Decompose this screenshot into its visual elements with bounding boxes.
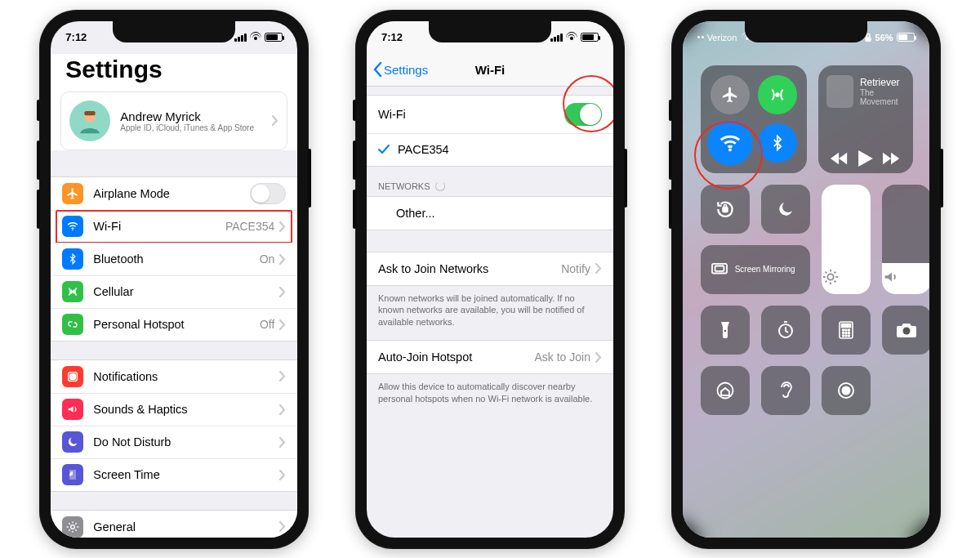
play-button[interactable] [858, 150, 873, 167]
notch [745, 21, 867, 42]
row-value: PACE354 [225, 220, 274, 233]
svg-point-14 [827, 274, 833, 279]
bluetooth-button[interactable] [758, 123, 797, 163]
auto-join-hotspot-row[interactable]: Auto-Join Hotspot Ask to Join [367, 341, 613, 373]
chevron-right-icon [279, 254, 286, 265]
chevron-right-icon [279, 470, 286, 480]
sounds-icon [62, 399, 83, 420]
row-personal-hotspot[interactable]: Personal Hotspot Off [51, 308, 297, 341]
networks-header: NETWORKS [367, 167, 613, 196]
airplane-icon [62, 183, 83, 204]
svg-point-24 [842, 332, 844, 333]
screen-mirroring-label: Screen Mirroring [735, 265, 795, 274]
previous-track-button[interactable] [831, 152, 849, 165]
row-label: Screen Time [93, 468, 279, 481]
svg-point-12 [728, 148, 732, 151]
back-button[interactable]: Settings [373, 62, 428, 77]
row-do-not-disturb[interactable]: Do Not Disturb [51, 426, 297, 458]
volume-slider[interactable] [882, 185, 929, 294]
svg-point-23 [848, 329, 849, 331]
wifi-status-icon [250, 33, 261, 42]
dnd-icon [62, 431, 83, 453]
page-title: Settings [51, 54, 297, 92]
home-button[interactable] [701, 366, 750, 415]
chevron-right-icon [279, 437, 286, 448]
svg-point-27 [842, 335, 844, 337]
status-time: 7:12 [381, 31, 403, 43]
row-label: Wi-Fi [93, 220, 225, 233]
connected-network-row[interactable]: PACE354 [367, 133, 613, 166]
brightness-slider[interactable] [822, 185, 871, 294]
orientation-lock-button[interactable] [701, 185, 750, 234]
chevron-right-icon [279, 521, 286, 532]
battery-icon [897, 33, 915, 42]
row-label: Notifications [93, 370, 279, 383]
notch [113, 21, 235, 42]
battery-icon [265, 33, 283, 42]
profile-name: Andrew Myrick [120, 109, 272, 123]
svg-point-28 [845, 335, 847, 337]
wifi-icon [62, 216, 83, 237]
row-label: Other... [396, 207, 602, 220]
phone-control-center: Verizon 56% [671, 10, 941, 549]
svg-point-33 [842, 386, 849, 394]
row-sounds-haptics[interactable]: Sounds & Haptics [51, 393, 297, 426]
wifi-toggle[interactable] [564, 103, 602, 126]
svg-point-17 [724, 329, 725, 331]
svg-rect-20 [841, 324, 850, 327]
hotspot-icon [62, 314, 83, 335]
screen-record-button[interactable] [822, 366, 871, 415]
cellular-data-button[interactable] [758, 75, 797, 114]
checkmark-icon [378, 145, 390, 154]
row-value: Ask to Join [535, 350, 590, 364]
camera-button[interactable] [882, 306, 929, 355]
row-label: Bluetooth [93, 252, 259, 266]
row-bluetooth[interactable]: Bluetooth On [51, 243, 297, 275]
next-track-button[interactable] [883, 152, 901, 165]
status-time: 7:12 [65, 31, 87, 43]
svg-point-7 [71, 525, 75, 529]
hearing-button[interactable] [761, 366, 810, 415]
svg-point-29 [848, 335, 849, 337]
chevron-right-icon [595, 263, 602, 274]
phone-settings: 7:12 Settings Andrew Myrick Apple ID, iC… [39, 10, 309, 549]
chevron-right-icon [279, 371, 286, 382]
flashlight-button[interactable] [701, 306, 750, 355]
notch [429, 21, 551, 42]
row-general[interactable]: General [51, 511, 297, 538]
row-screen-time[interactable]: Screen Time [51, 458, 297, 491]
row-label: Airplane Mode [93, 187, 250, 200]
calculator-button[interactable] [822, 306, 871, 355]
album-art-icon [826, 75, 853, 108]
media-panel[interactable]: Retriever The Movement [818, 65, 914, 173]
back-label: Settings [384, 63, 428, 77]
chevron-right-icon [279, 221, 286, 232]
wifi-master-toggle-row: Wi-Fi [367, 96, 613, 133]
row-notifications[interactable]: Notifications [51, 360, 297, 393]
svg-point-25 [845, 332, 847, 333]
screen-mirroring-button[interactable]: Screen Mirroring [701, 245, 810, 294]
connectivity-panel[interactable] [701, 65, 807, 173]
row-cellular[interactable]: Cellular [51, 275, 297, 308]
airplane-toggle[interactable] [250, 183, 286, 204]
chevron-right-icon [279, 319, 286, 330]
svg-rect-2 [85, 111, 96, 115]
brightness-icon [822, 268, 871, 286]
row-airplane-mode[interactable]: Airplane Mode [51, 177, 297, 210]
ask-to-join-row[interactable]: Ask to Join Networks Notify [367, 252, 613, 285]
row-label: Wi-Fi [378, 108, 564, 121]
row-value: Notify [561, 262, 590, 275]
chevron-right-icon [279, 404, 286, 415]
do-not-disturb-button[interactable] [761, 185, 810, 234]
other-network-row[interactable]: Other... [367, 197, 613, 230]
airplane-mode-button[interactable] [710, 75, 750, 114]
artist-name: The Movement [860, 88, 905, 106]
timer-button[interactable] [761, 306, 810, 355]
svg-point-22 [845, 329, 847, 331]
svg-point-3 [73, 230, 74, 231]
profile-subtitle: Apple ID, iCloud, iTunes & App Store [120, 123, 272, 132]
wifi-button[interactable] [707, 120, 752, 165]
row-wifi[interactable]: Wi-Fi PACE354 [51, 210, 297, 243]
apple-id-row[interactable]: Andrew Myrick Apple ID, iCloud, iTunes &… [60, 92, 287, 150]
screentime-icon [62, 464, 83, 485]
